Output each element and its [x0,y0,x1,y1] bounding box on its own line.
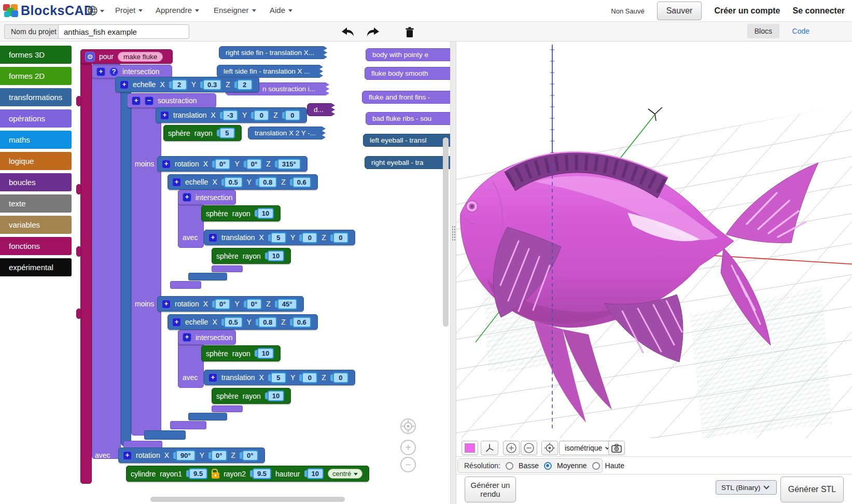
collapsed-block-left-side-fin[interactable]: left side fin - translation X ... [217,65,323,78]
procedure-block-body[interactable] [80,49,92,484]
value-field[interactable]: 0.5 [224,317,243,328]
minus-icon[interactable]: − [145,96,153,105]
sphere-block[interactable]: sphère rayon 10 [212,248,291,264]
collapsed-block-bad-fluke-ribs[interactable]: bad fluke ribs - sou [366,112,450,125]
collapsed-block-translation-x2[interactable]: translation X 2 Y -... [248,127,326,139]
blockly-workspace[interactable]: right side fin - translation X... left s… [73,41,450,504]
echelle-block[interactable]: + echelle X 0.5 Y 0.8 Z 0.6 [167,314,318,330]
plus-icon[interactable]: + [172,318,181,327]
render-viewport[interactable]: isométrique Résolution: Basse Moyenne [456,41,852,504]
tab-blocs[interactable]: Blocs [747,24,779,38]
value-field[interactable]: 0.3 [203,79,221,90]
value-field[interactable]: 0° [215,159,230,170]
value-field[interactable]: 0.6 [292,177,311,188]
zoom-out-button[interactable] [521,441,537,455]
menu-enseigner[interactable]: Enseigner [214,6,256,15]
value-field[interactable]: 0.8 [258,317,277,328]
echelle-block[interactable]: + echelle X 0.5 Y 0.8 Z 0.6 [167,174,318,190]
sidebar-item-formes-2d[interactable]: formes 2D [0,67,72,85]
radio-moyenne[interactable] [544,462,552,470]
sidebar-item-texte[interactable]: texte [0,194,72,213]
sidebar-item-transformations[interactable]: transformations [0,88,72,106]
soustraction-header[interactable]: + − soustraction [127,93,216,108]
sphere-block[interactable]: sphère rayon 10 [201,205,281,221]
rotation-block[interactable]: + rotation X 0° Y 0° Z 45° [157,296,304,312]
project-name-input[interactable] [58,24,189,39]
value-field[interactable]: 10 [257,208,274,219]
collapsed-block-body-pointy[interactable]: body with pointy e [366,48,450,61]
value-field[interactable]: 315° [277,159,301,170]
value-field[interactable]: 5 [219,128,235,138]
collapsed-block-fluke-smooth[interactable]: fluke body smooth [365,67,450,80]
question-icon[interactable]: ? [109,67,118,76]
plus-icon[interactable]: + [183,193,191,202]
value-field[interactable]: 5 [271,372,286,383]
collapsed-block-left-eyeball[interactable]: left eyeball - transl [363,134,450,147]
plus-icon[interactable]: + [162,160,171,169]
plus-icon[interactable]: + [160,111,169,120]
tab-code[interactable]: Code [792,27,809,35]
workspace-center-button[interactable] [400,418,416,434]
undo-button[interactable] [339,25,357,39]
centre-dropdown[interactable]: centré [328,469,362,479]
language-menu[interactable] [87,5,104,16]
value-field[interactable]: -3 [222,110,238,121]
collapsed-block-d[interactable]: d... [307,103,335,116]
value-field[interactable]: 9.5 [189,468,207,479]
generate-stl-button[interactable]: Générer STL [780,477,844,502]
save-button[interactable]: Sauver [657,2,702,20]
sidebar-item-formes-3d[interactable]: formes 3D [0,46,72,64]
axes-toggle-button[interactable] [481,441,498,455]
translation-block[interactable]: + translation X -3 Y 0 Z 0 [156,107,307,123]
workspace-vertical-scrollbar[interactable] [443,137,449,327]
value-field[interactable]: 10 [257,348,274,359]
translation-block[interactable]: + translation X 5 Y 0 Z 0 [204,230,355,245]
sidebar-item-boucles[interactable]: boucles [0,173,72,191]
procedure-header-block[interactable]: ⚙ pour make fluke [80,49,173,64]
value-field[interactable]: 0 [302,372,317,383]
echelle-block-body[interactable] [121,77,131,446]
gear-icon[interactable]: ⚙ [85,52,95,62]
plus-icon[interactable]: + [208,373,217,382]
brand[interactable]: BlocksCAD [3,2,94,19]
create-account-link[interactable]: Créer un compte [714,6,780,16]
panel-resize-handle[interactable] [450,41,456,504]
value-field[interactable]: 2 [172,79,187,90]
stl-format-select[interactable]: STL (Binary) [716,480,777,495]
sphere-block[interactable]: sphère rayon 10 [212,388,291,404]
value-field[interactable]: 0 [302,232,317,243]
translation-block[interactable]: + translation X 5 Y 0 Z 0 [204,370,355,385]
screenshot-button[interactable] [608,441,625,455]
plus-icon[interactable]: + [120,80,129,89]
sign-in-link[interactable]: Se connecter [793,6,845,16]
workspace-horizontal-scrollbar[interactable] [150,497,345,502]
value-field[interactable]: 0° [211,450,227,461]
sidebar-item-operations[interactable]: opérations [0,109,72,128]
echelle-block[interactable]: + echelle X 2 Y 0.3 Z 2 [115,77,259,92]
value-field[interactable]: 9.5 [253,468,271,479]
delete-button[interactable] [400,25,419,39]
menu-aide[interactable]: Aide [270,6,292,15]
workspace-zoom-out-button[interactable]: − [400,457,416,472]
value-field[interactable]: 0.5 [224,177,243,188]
sidebar-item-experimental[interactable]: expérimental [0,258,72,276]
plus-icon[interactable]: + [96,67,105,76]
value-field[interactable]: 0 [254,110,269,121]
value-field[interactable]: 0° [242,450,258,461]
value-field[interactable]: 0 [333,232,348,243]
collapsed-block-right-eyeball[interactable]: right eyeball - tra [365,156,450,169]
cylindre-block[interactable]: cylindre rayon1 9.5 rayon2 9.5 hauteur 1… [126,466,369,482]
value-field[interactable]: 0 [285,110,300,121]
value-field[interactable]: 0° [246,299,262,310]
radio-haute[interactable] [592,462,600,470]
zoom-in-button[interactable] [503,441,520,455]
menu-apprendre[interactable]: Apprendre [156,6,199,15]
sphere-block[interactable]: sphère rayon 10 [201,345,281,361]
plus-icon[interactable]: + [172,178,181,187]
center-view-button[interactable] [541,441,558,455]
procedure-name-field[interactable]: make fluke [118,52,163,62]
sidebar-item-fonctions[interactable]: fonctions [0,237,72,255]
sphere-block[interactable]: sphère rayon 5 [163,125,242,141]
value-field[interactable]: 2 [237,79,253,90]
value-field[interactable]: 0 [333,372,348,383]
